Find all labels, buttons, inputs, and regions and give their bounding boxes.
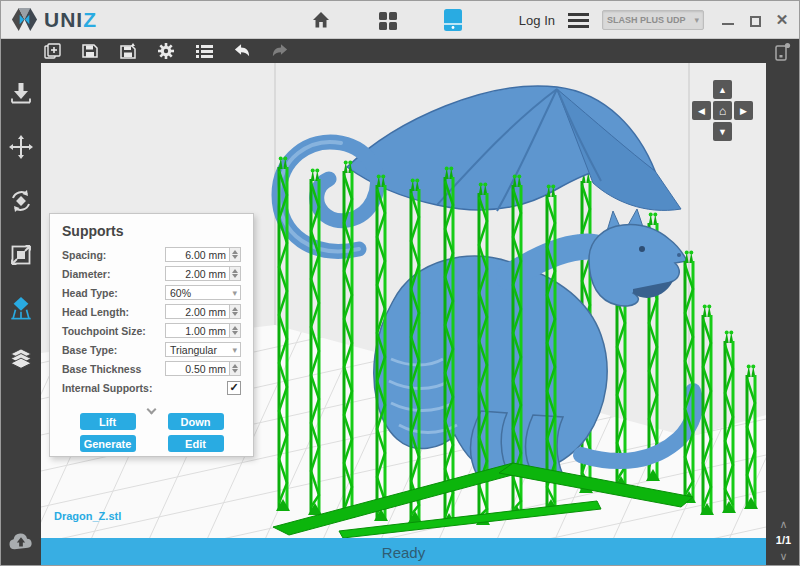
list-button[interactable]	[195, 42, 213, 60]
spinner-buttons[interactable]	[229, 324, 240, 337]
head-type-select[interactable]: 60% ▾	[165, 285, 241, 300]
cloud-upload-button[interactable]	[9, 529, 33, 553]
undo-icon	[233, 43, 251, 59]
field-label: Head Length:	[62, 306, 165, 318]
uniz-logo: UNIZ	[11, 6, 97, 33]
panel-buttons: Lift Down Generate Edit	[62, 413, 241, 452]
page-up-button[interactable]: ∧	[766, 517, 800, 531]
save-as-icon	[120, 43, 136, 59]
view-up-button[interactable]: ▲	[713, 80, 732, 99]
field-head-length: Head Length: 2.00 mm	[62, 304, 241, 319]
scale-icon	[9, 243, 33, 267]
scale-tool-button[interactable]	[9, 243, 33, 267]
field-label: Touchpoint Size:	[62, 325, 165, 337]
chevron-down-icon: ▾	[232, 345, 240, 355]
title-bar: UNIZ	[1, 1, 799, 39]
rotate-tool-button[interactable]	[9, 189, 33, 213]
close-button[interactable]: ✕	[775, 13, 789, 27]
spinner-buttons[interactable]	[229, 362, 240, 375]
field-base-type: Base Type: Triangular ▾	[62, 342, 241, 357]
printer-status-button[interactable]	[773, 42, 791, 60]
generate-button[interactable]: Generate	[80, 435, 136, 452]
edit-button[interactable]: Edit	[168, 435, 224, 452]
field-touchpoint-size: Touchpoint Size: 1.00 mm	[62, 323, 241, 338]
page-indicator: 1/1	[766, 531, 800, 549]
undo-button[interactable]	[233, 42, 251, 60]
import-icon	[9, 81, 33, 105]
cloud-upload-icon	[9, 531, 33, 551]
supports-icon	[9, 295, 33, 321]
base-thickness-input[interactable]: 0.50 mm	[165, 361, 241, 376]
lift-button[interactable]: Lift	[80, 413, 136, 430]
save-icon	[82, 43, 98, 59]
menu-button[interactable]	[568, 13, 589, 28]
save-button[interactable]	[81, 42, 99, 60]
rotate-icon	[9, 189, 33, 213]
field-label: Base Type:	[62, 344, 165, 356]
chevron-down-icon: ▾	[232, 288, 240, 298]
panel-title: Supports	[62, 223, 241, 239]
titlebar-right: Log In SLASH PLUS UDP ▾ ✕	[519, 1, 789, 39]
field-head-type: Head Type: 60% ▾	[62, 285, 241, 300]
supports-tool-button-active[interactable]	[9, 296, 33, 320]
view-right-button[interactable]: ▶	[734, 101, 753, 120]
status-text: Ready	[382, 544, 425, 561]
printer-status-icon	[773, 42, 791, 61]
minimize-button[interactable]	[721, 13, 735, 27]
toolbar	[1, 39, 799, 63]
field-diameter: Diameter: 2.00 mm	[62, 266, 241, 281]
view-home-button[interactable]: ⌂	[713, 101, 732, 120]
down-button[interactable]: Down	[168, 413, 224, 430]
app-window: UNIZ	[0, 0, 800, 566]
apps-tab[interactable]	[375, 8, 399, 32]
3d-viewport[interactable]: ▲ ◀ ⌂ ▶ ▼ Supports Spacing: 6.00 mm Diam…	[41, 63, 766, 566]
model-filename[interactable]: Dragon_Z.stl	[54, 510, 121, 522]
move-tool-button[interactable]	[9, 135, 33, 159]
add-file-icon	[44, 43, 61, 60]
touchpoint-size-input[interactable]: 1.00 mm	[165, 323, 241, 338]
home-icon	[311, 10, 331, 30]
head-length-input[interactable]: 2.00 mm	[165, 304, 241, 319]
printer-tab-active[interactable]	[441, 8, 465, 32]
settings-button[interactable]	[157, 42, 175, 60]
spinner-buttons[interactable]	[229, 305, 240, 318]
plate-pager: ∧ 1/1 ∨	[766, 517, 800, 563]
supports-panel: Supports Spacing: 6.00 mm Diameter: 2.00…	[49, 213, 254, 457]
view-down-button[interactable]: ▼	[713, 122, 732, 141]
save-as-button[interactable]	[119, 42, 137, 60]
base-type-select[interactable]: Triangular ▾	[165, 342, 241, 357]
internal-supports-checkbox[interactable]: ✓	[227, 381, 241, 395]
redo-button[interactable]	[271, 42, 289, 60]
import-file-button[interactable]	[43, 42, 61, 60]
gear-icon	[157, 42, 175, 60]
printer-icon	[443, 8, 463, 32]
home-tab[interactable]	[309, 8, 333, 32]
view-left-button[interactable]: ◀	[692, 101, 711, 120]
list-icon	[196, 44, 213, 59]
spinner-buttons[interactable]	[229, 248, 240, 261]
slice-tool-button[interactable]	[9, 348, 33, 372]
move-icon	[9, 135, 33, 159]
spinner-buttons[interactable]	[229, 267, 240, 280]
page-down-button[interactable]: ∨	[766, 549, 800, 563]
field-base-thickness: Base Thickness 0.50 mm	[62, 361, 241, 376]
window-controls: ✕	[721, 13, 789, 27]
login-button[interactable]: Log In	[519, 13, 555, 28]
diameter-input[interactable]: 2.00 mm	[165, 266, 241, 281]
field-label: Head Type:	[62, 287, 165, 299]
chevron-down-icon: ▾	[694, 15, 699, 25]
panel-collapse-chevron[interactable]	[62, 399, 241, 409]
logo-text: UNIZ	[44, 8, 97, 32]
device-select[interactable]: SLASH PLUS UDP ▾	[602, 10, 704, 30]
maximize-button[interactable]	[748, 13, 762, 27]
field-label: Base Thickness	[62, 363, 165, 375]
field-spacing: Spacing: 6.00 mm	[62, 247, 241, 262]
spacing-input[interactable]: 6.00 mm	[165, 247, 241, 262]
left-sidebar	[1, 63, 41, 566]
status-bar: Ready	[41, 538, 766, 566]
main-nav	[309, 1, 465, 39]
import-model-button[interactable]	[9, 81, 33, 105]
field-internal-supports: Internal Supports: ✓	[62, 380, 241, 395]
field-label: Spacing:	[62, 249, 165, 261]
uniz-logo-icon	[11, 6, 38, 33]
